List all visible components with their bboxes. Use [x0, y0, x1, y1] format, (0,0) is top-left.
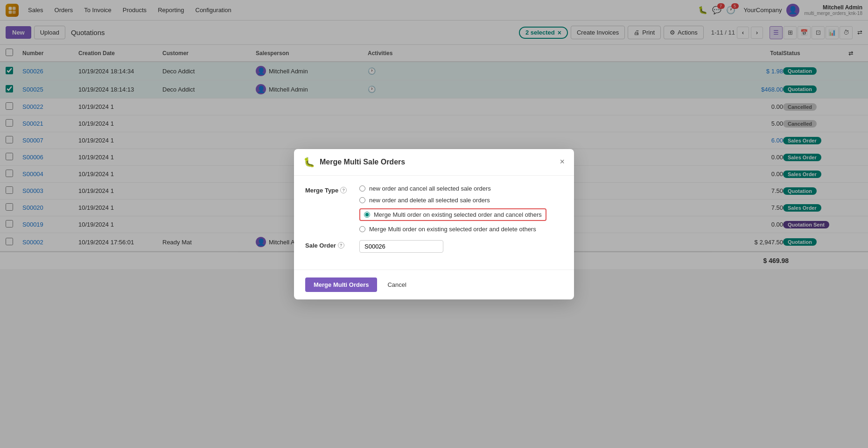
merge-option-4[interactable]: Merge Multi order on existing selected o… [359, 226, 546, 233]
merge-type-label: Merge Type ? [305, 185, 352, 194]
merge-modal: 🐛 Merge Multi Sale Orders × Merge Type ?… [294, 149, 574, 270]
merge-option-4-label: Merge Multi order on existing selected o… [369, 226, 536, 233]
merge-type-help-icon[interactable]: ? [340, 187, 347, 193]
sale-order-label: Sale Order ? [305, 240, 352, 249]
merge-option-1-radio[interactable] [359, 185, 365, 192]
merge-type-radio-group: new order and cancel all selected sale o… [359, 185, 546, 233]
merge-option-3[interactable]: Merge Multi order on existing selected o… [359, 208, 546, 221]
sale-order-help-icon[interactable]: ? [338, 242, 344, 249]
merge-option-1-label: new order and cancel all selected sale o… [369, 185, 491, 192]
merge-option-1[interactable]: new order and cancel all selected sale o… [359, 185, 546, 192]
modal-overlay: 🐛 Merge Multi Sale Orders × Merge Type ?… [0, 0, 868, 269]
merge-option-2[interactable]: new order and delete all selected sale o… [359, 197, 546, 204]
merge-option-4-radio[interactable] [359, 226, 365, 232]
merge-option-3-radio[interactable] [364, 212, 370, 218]
modal-close-button[interactable]: × [560, 157, 565, 167]
modal-body: Merge Type ? new order and cancel all se… [294, 176, 574, 270]
merge-type-row: Merge Type ? new order and cancel all se… [305, 185, 563, 233]
sale-order-input[interactable] [359, 240, 443, 253]
merge-option-3-label: Merge Multi order on existing selected o… [374, 211, 542, 218]
modal-title: Merge Multi Sale Orders [320, 158, 405, 166]
modal-title-row: 🐛 Merge Multi Sale Orders [303, 156, 405, 168]
merge-option-2-radio[interactable] [359, 197, 365, 203]
sale-order-row: Sale Order ? [305, 240, 563, 253]
modal-bug-icon: 🐛 [303, 156, 315, 168]
merge-option-2-label: new order and delete all selected sale o… [369, 197, 490, 204]
modal-header: 🐛 Merge Multi Sale Orders × [294, 149, 574, 176]
